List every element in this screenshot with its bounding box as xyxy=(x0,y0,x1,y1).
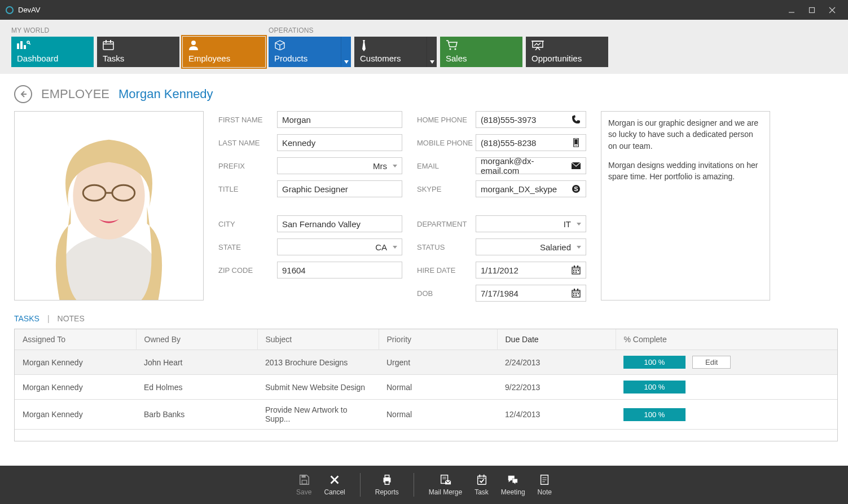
tile-opportunities[interactable]: Opportunities xyxy=(526,37,608,67)
close-icon xyxy=(328,474,341,486)
cell-subject: Submit New Website Design xyxy=(257,375,379,400)
back-button[interactable] xyxy=(14,85,32,103)
department-field[interactable]: IT xyxy=(476,215,586,232)
reports-button[interactable]: Reports xyxy=(372,472,402,497)
state-value: CA xyxy=(375,242,387,252)
note-button[interactable]: Note xyxy=(534,472,555,497)
meeting-icon xyxy=(507,474,519,486)
tile-label: Opportunities xyxy=(531,54,603,63)
col-header-complete[interactable]: % Complete xyxy=(616,329,837,350)
tile-customers[interactable]: Customers xyxy=(354,37,437,67)
first-name-value: Morgan xyxy=(282,115,311,125)
zip-value: 91604 xyxy=(282,266,306,275)
cell-complete: 100 %Edit xyxy=(616,350,837,375)
city-field[interactable]: San Fernando Valley xyxy=(277,215,402,232)
progress-badge: 100 % xyxy=(623,408,686,421)
chevron-down-icon xyxy=(393,246,397,249)
tile-split-dropdown[interactable] xyxy=(341,37,351,67)
dob-field[interactable]: 7/17/1984 xyxy=(476,285,586,302)
col-header-assigned[interactable]: Assigned To xyxy=(15,329,136,350)
edit-button[interactable]: Edit xyxy=(692,356,731,369)
label-hire-date: HIRE DATE xyxy=(417,266,476,275)
email-field[interactable]: morgank@dx-email.com xyxy=(476,157,586,174)
cell-complete: 100 % xyxy=(616,375,837,400)
actionbar-divider xyxy=(360,473,361,497)
chevron-down-icon xyxy=(577,223,581,226)
svg-rect-36 xyxy=(573,270,574,271)
first-name-field[interactable]: Morgan xyxy=(277,111,402,128)
prefix-field[interactable]: Mrs xyxy=(277,157,402,174)
col-header-due[interactable]: Due Date xyxy=(497,329,616,350)
label-dob: DOB xyxy=(417,289,476,298)
meeting-button[interactable]: Meeting xyxy=(498,472,529,497)
tile-sales[interactable]: Sales xyxy=(440,37,522,67)
label-skype: SKYPE xyxy=(417,185,476,193)
task-button[interactable]: Task xyxy=(471,472,492,497)
prefix-value: Mrs xyxy=(373,161,387,171)
tile-products[interactable]: Products xyxy=(269,37,351,67)
svg-rect-50 xyxy=(301,475,305,478)
cart-icon xyxy=(446,40,517,50)
window-maximize-button[interactable] xyxy=(802,0,822,20)
svg-rect-47 xyxy=(578,293,579,294)
mobile-phone-field[interactable]: (818)555-8238 xyxy=(476,134,586,151)
tile-dashboard[interactable]: Dashboard xyxy=(11,37,94,67)
save-button[interactable]: Save xyxy=(293,472,315,497)
tab-notes[interactable]: NOTES xyxy=(58,314,85,323)
window-minimize-button[interactable] xyxy=(781,0,802,20)
last-name-field[interactable]: Kennedy xyxy=(277,134,402,151)
skype-value: morgank_DX_skype xyxy=(481,184,557,194)
table-row[interactable]: Morgan Kennedy John Heart 2013 Brochure … xyxy=(15,350,837,375)
col-header-subject[interactable]: Subject xyxy=(257,329,379,350)
task-label: Task xyxy=(474,488,489,496)
home-phone-field[interactable]: (818)555-3973 xyxy=(476,111,586,128)
svg-rect-56 xyxy=(385,481,389,484)
tile-split-dropdown[interactable] xyxy=(427,37,437,67)
state-field[interactable]: CA xyxy=(277,238,402,255)
col-header-owned[interactable]: Owned By xyxy=(136,329,257,350)
table-row[interactable]: Morgan Kennedy Barb Banks Provide New Ar… xyxy=(15,400,837,430)
grid-header-row: Assigned To Owned By Subject Priority Du… xyxy=(15,329,837,350)
svg-rect-44 xyxy=(577,289,578,291)
svg-rect-4 xyxy=(17,43,19,49)
svg-rect-37 xyxy=(575,270,577,271)
actionbar-divider xyxy=(414,473,414,497)
employee-notes-box[interactable]: Morgan is our graphic designer and we ar… xyxy=(601,111,770,300)
zip-field[interactable]: 91604 xyxy=(277,262,402,278)
cell-due: 2/24/2013 xyxy=(497,350,616,375)
col-header-priority[interactable]: Priority xyxy=(379,329,497,350)
form-column-right: HOME PHONE(818)555-3973 MOBILE PHONE(818… xyxy=(417,111,586,302)
hire-date-value: 1/11/2012 xyxy=(481,266,519,275)
mail-merge-button[interactable]: Mail Merge xyxy=(425,472,465,497)
svg-rect-55 xyxy=(385,475,389,478)
cell-due: 12/4/2013 xyxy=(497,400,616,430)
svg-rect-43 xyxy=(574,289,575,291)
window-close-button[interactable] xyxy=(822,0,842,20)
table-row[interactable]: Morgan Kennedy Ed Holmes Submit New Webs… xyxy=(15,375,837,400)
status-field[interactable]: Salaried xyxy=(476,238,586,255)
cell-assigned: Morgan Kennedy xyxy=(15,350,136,375)
svg-rect-38 xyxy=(578,270,579,271)
last-name-value: Kennedy xyxy=(282,138,315,148)
hire-date-field[interactable]: 1/11/2012 xyxy=(476,262,586,278)
cell-complete: 100 % xyxy=(616,400,837,430)
tile-employees[interactable]: Employees xyxy=(183,37,265,67)
meeting-label: Meeting xyxy=(501,488,525,496)
tile-label: Customers xyxy=(360,54,431,63)
note-icon xyxy=(538,474,551,486)
tile-tasks[interactable]: Tasks xyxy=(97,37,179,67)
cancel-button[interactable]: Cancel xyxy=(320,472,348,497)
cell-owned: Barb Banks xyxy=(136,400,257,430)
label-city: CITY xyxy=(218,220,277,228)
dob-value: 7/17/1984 xyxy=(481,289,519,298)
skype-field[interactable]: morgank_DX_skypeS xyxy=(476,180,586,197)
cell-assigned: Morgan Kennedy xyxy=(15,400,136,430)
email-value: morgank@dx-email.com xyxy=(481,156,571,175)
tab-tasks[interactable]: TASKS xyxy=(14,314,39,323)
tile-label: Products xyxy=(274,54,345,63)
dashboard-icon xyxy=(17,40,88,50)
title-field[interactable]: Graphic Designer xyxy=(277,180,402,197)
svg-point-28 xyxy=(575,145,577,147)
label-home-phone: HOME PHONE xyxy=(417,116,476,124)
department-value: IT xyxy=(564,219,571,229)
